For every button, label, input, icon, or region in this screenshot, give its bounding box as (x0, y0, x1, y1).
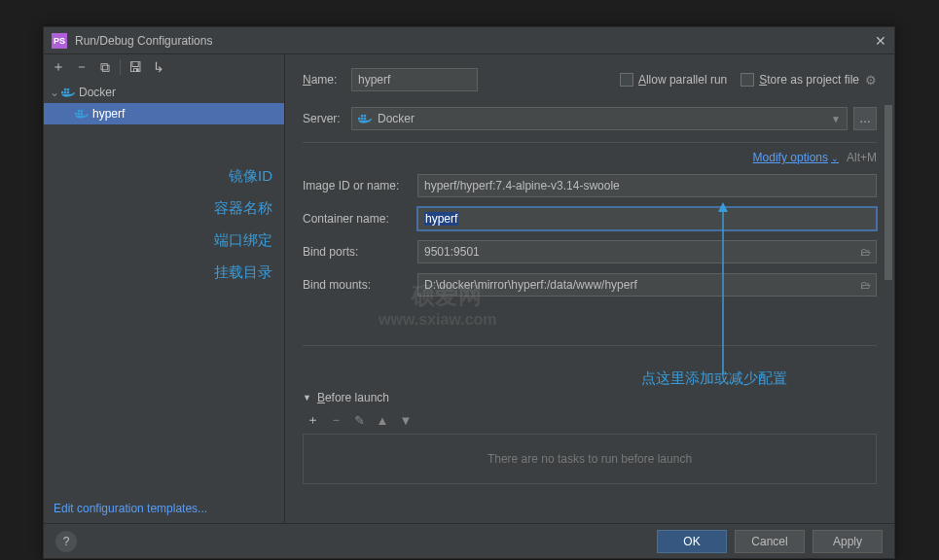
edit-task-button[interactable]: ✎ (349, 410, 369, 430)
name-label: Name: (303, 73, 351, 87)
shortcut-hint: Alt+M (847, 151, 877, 164)
add-config-button[interactable]: ＋ (48, 56, 69, 78)
ports-label: Bind ports: (303, 245, 417, 259)
tree-item-label: Docker (79, 86, 116, 99)
folder-icon[interactable]: 🗁 (860, 279, 871, 291)
remove-task-button[interactable]: － (326, 410, 345, 430)
svg-rect-11 (361, 118, 363, 120)
docker-icon (75, 109, 89, 119)
svg-rect-8 (78, 110, 80, 112)
app-icon: PS (52, 33, 67, 49)
gear-icon[interactable]: ⚙ (865, 73, 877, 88)
allow-parallel-checkbox[interactable]: Allow parallel run (620, 73, 727, 87)
tree-item-label: hyperf (92, 107, 125, 121)
svg-rect-12 (364, 118, 366, 120)
separator (303, 142, 877, 143)
mounts-label: Bind mounts: (303, 278, 417, 292)
svg-rect-1 (64, 91, 66, 93)
svg-rect-14 (364, 115, 366, 117)
tree-item-hyperf[interactable]: hyperf (44, 103, 284, 124)
config-tree: ⌄ Docker hyperf (44, 80, 284, 124)
triangle-down-icon: ▼ (303, 393, 311, 402)
move-up-button[interactable]: ▲ (373, 410, 392, 430)
image-input[interactable] (417, 174, 877, 197)
chevron-down-icon: ⌄ (50, 86, 61, 99)
annotation-bind-ports: 端口绑定 (44, 231, 272, 250)
server-label: Server: (303, 112, 351, 125)
apply-button[interactable]: Apply (813, 530, 883, 553)
chevron-down-icon: ▼ (831, 114, 841, 124)
annotation-container-name: 容器名称 (44, 199, 272, 218)
copy-config-button[interactable]: ⧉ (94, 56, 116, 78)
annotation-image-id: 镜像ID (44, 167, 272, 186)
svg-rect-7 (81, 113, 83, 115)
move-down-button[interactable]: ▼ (396, 410, 415, 430)
server-more-button[interactable]: … (853, 107, 877, 130)
ports-input[interactable] (417, 240, 877, 263)
store-project-label: Store as project file (759, 73, 859, 87)
svg-rect-5 (75, 113, 77, 115)
docker-icon (358, 114, 372, 123)
annotation-bind-mounts: 挂载目录 (44, 263, 272, 282)
svg-rect-13 (361, 115, 363, 117)
edit-templates-link[interactable]: Edit configuration templates... (54, 502, 207, 515)
dialog-title: Run/Debug Configurations (75, 34, 875, 48)
svg-rect-4 (67, 88, 69, 90)
help-button[interactable]: ? (55, 531, 77, 552)
move-folder-button[interactable]: ↳ (148, 56, 169, 78)
server-dropdown[interactable]: Docker ▼ (351, 107, 848, 130)
before-launch-empty: There are no tasks to run before launch (303, 434, 877, 484)
store-project-checkbox[interactable]: Store as project file (740, 73, 859, 87)
close-icon[interactable]: ✕ (875, 33, 886, 49)
config-toolbar: ＋ － ⧉ 🖫 ↳ (44, 54, 284, 80)
dialog-footer: ? OK Cancel Apply (44, 523, 894, 558)
remove-config-button[interactable]: － (71, 56, 92, 78)
container-label: Container name: (303, 212, 417, 226)
separator (120, 59, 121, 75)
svg-rect-6 (78, 113, 80, 115)
titlebar: PS Run/Debug Configurations ✕ (44, 27, 894, 54)
svg-rect-0 (61, 91, 63, 93)
image-label: Image ID or name: (303, 179, 417, 192)
container-input[interactable]: hyperf (417, 207, 877, 230)
callout-text: 点这里添加或减少配置 (641, 369, 787, 388)
svg-rect-2 (67, 91, 69, 93)
scrollbar[interactable] (885, 105, 892, 521)
run-debug-dialog: PS Run/Debug Configurations ✕ ＋ － ⧉ 🖫 ↳ … (43, 26, 895, 559)
add-task-button[interactable]: ＋ (303, 410, 322, 430)
name-input[interactable] (351, 68, 478, 91)
docker-icon (61, 88, 75, 97)
before-launch-header[interactable]: ▼ Before launch (303, 391, 877, 404)
folder-icon[interactable]: 🗁 (860, 246, 871, 258)
annotations-overlay: 镜像ID 容器名称 端口绑定 挂载目录 (44, 167, 284, 296)
save-config-button[interactable]: 🖫 (125, 56, 146, 78)
ok-button[interactable]: OK (657, 530, 727, 553)
svg-rect-10 (358, 118, 360, 120)
allow-parallel-label: Allow parallel run (638, 73, 727, 87)
server-value: Docker (378, 112, 415, 125)
tree-item-docker[interactable]: ⌄ Docker (44, 82, 284, 103)
cancel-button[interactable]: Cancel (735, 530, 805, 553)
mounts-input[interactable] (417, 273, 877, 297)
modify-options-link[interactable]: Modify options⌄ (753, 151, 839, 164)
before-launch-toolbar: ＋ － ✎ ▲ ▼ (303, 408, 877, 432)
svg-rect-3 (64, 88, 66, 90)
main-panel: Name: Allow parallel run Store as projec… (285, 54, 894, 523)
chevron-down-icon: ⌄ (831, 154, 839, 163)
separator (303, 345, 877, 346)
svg-rect-9 (81, 110, 83, 112)
watermark-url: www.sxiaw.com (379, 311, 497, 329)
scrollbar-thumb[interactable] (885, 105, 892, 280)
sidebar: ＋ － ⧉ 🖫 ↳ ⌄ Docker hyperf 镜像ID (44, 54, 285, 523)
